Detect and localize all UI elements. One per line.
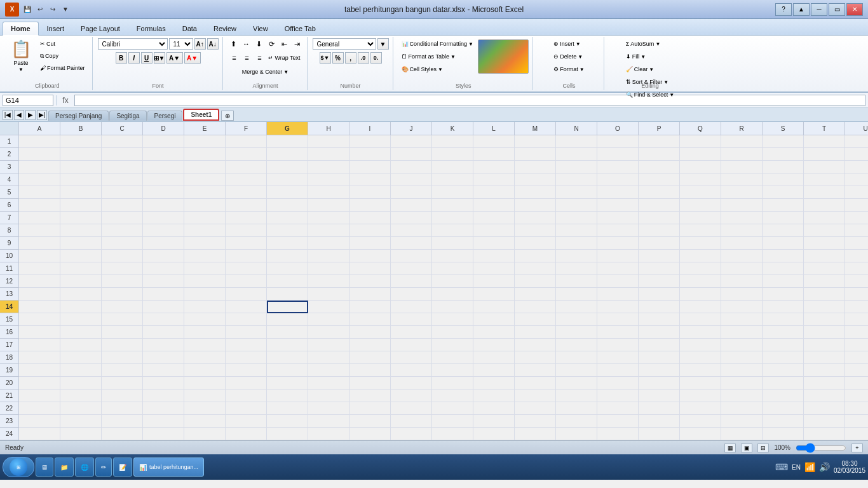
cell-S16[interactable] (763, 326, 804, 339)
col-header-I[interactable]: I (349, 122, 391, 135)
cell-L18[interactable] (473, 351, 515, 364)
cell-E5[interactable] (184, 186, 226, 199)
cell-G22[interactable] (267, 402, 308, 415)
cell-O21[interactable] (597, 390, 639, 402)
cell-M12[interactable] (515, 275, 556, 288)
cell-G17[interactable] (267, 339, 308, 351)
cell-R15[interactable] (721, 313, 763, 326)
cell-K20[interactable] (432, 377, 473, 390)
cell-O12[interactable] (597, 275, 639, 288)
cell-Q10[interactable] (680, 250, 721, 262)
text-orientation-btn[interactable]: ⟳ (266, 38, 278, 50)
format-cells-button[interactable]: ⚙ Format ▼ (550, 64, 587, 75)
cell-L19[interactable] (473, 364, 515, 377)
cell-F22[interactable] (226, 402, 267, 415)
row-header-13[interactable]: 13 (0, 288, 18, 301)
cell-Q9[interactable] (680, 237, 721, 250)
cell-J7[interactable] (391, 212, 432, 224)
cell-D22[interactable] (143, 402, 184, 415)
cell-E17[interactable] (184, 339, 226, 351)
cell-T9[interactable] (804, 237, 845, 250)
cell-H19[interactable] (308, 364, 349, 377)
cell-U23[interactable] (845, 415, 868, 428)
cell-U24[interactable] (845, 428, 868, 440)
cell-O5[interactable] (597, 186, 639, 199)
save-quick-btn[interactable]: 💾 (22, 4, 33, 15)
cell-I19[interactable] (349, 364, 391, 377)
cell-L12[interactable] (473, 275, 515, 288)
cell-C9[interactable] (102, 237, 143, 250)
cell-Q11[interactable] (680, 262, 721, 275)
align-bottom-btn[interactable]: ⬇ (254, 38, 265, 50)
cell-K17[interactable] (432, 339, 473, 351)
cell-Q5[interactable] (680, 186, 721, 199)
cell-N8[interactable] (556, 224, 597, 237)
start-button[interactable]: ⊞ (3, 457, 34, 477)
cell-O6[interactable] (597, 199, 639, 212)
cell-K15[interactable] (432, 313, 473, 326)
cell-N16[interactable] (556, 326, 597, 339)
cell-S12[interactable] (763, 275, 804, 288)
cell-H16[interactable] (308, 326, 349, 339)
cell-L6[interactable] (473, 199, 515, 212)
cell-A8[interactable] (19, 224, 60, 237)
cell-reference-box[interactable] (3, 95, 53, 106)
row-header-22[interactable]: 22 (0, 402, 18, 415)
cell-F16[interactable] (226, 326, 267, 339)
cell-Q8[interactable] (680, 224, 721, 237)
cell-J18[interactable] (391, 351, 432, 364)
cell-Q2[interactable] (680, 148, 721, 161)
cell-G11[interactable] (267, 262, 308, 275)
cell-H22[interactable] (308, 402, 349, 415)
cell-T11[interactable] (804, 262, 845, 275)
cell-F4[interactable] (226, 173, 267, 186)
cell-I10[interactable] (349, 250, 391, 262)
cell-P1[interactable] (639, 135, 680, 148)
cell-D24[interactable] (143, 428, 184, 440)
cell-H8[interactable] (308, 224, 349, 237)
cell-D8[interactable] (143, 224, 184, 237)
cell-R12[interactable] (721, 275, 763, 288)
cell-M7[interactable] (515, 212, 556, 224)
taskbar-excel-btn[interactable]: 📊 tabel perhitungan... (133, 458, 204, 477)
cell-B11[interactable] (60, 262, 102, 275)
cell-G10[interactable] (267, 250, 308, 262)
cell-T7[interactable] (804, 212, 845, 224)
col-header-A[interactable]: A (19, 122, 60, 135)
cell-O9[interactable] (597, 237, 639, 250)
cell-T12[interactable] (804, 275, 845, 288)
cell-S23[interactable] (763, 415, 804, 428)
autosum-button[interactable]: Σ AutoSum ▼ (623, 38, 664, 50)
cell-T14[interactable] (804, 301, 845, 313)
cell-P16[interactable] (639, 326, 680, 339)
cell-S2[interactable] (763, 148, 804, 161)
row-header-5[interactable]: 5 (0, 186, 18, 199)
next-sheet-btn[interactable]: ▶ (25, 110, 36, 120)
cell-U21[interactable] (845, 390, 868, 402)
cell-M22[interactable] (515, 402, 556, 415)
cell-O3[interactable] (597, 161, 639, 173)
cell-Q3[interactable] (680, 161, 721, 173)
cell-I6[interactable] (349, 199, 391, 212)
indent-decrease-btn[interactable]: ⇤ (279, 38, 290, 50)
cell-A16[interactable] (19, 326, 60, 339)
cell-F14[interactable] (226, 301, 267, 313)
cell-S11[interactable] (763, 262, 804, 275)
cell-B20[interactable] (60, 377, 102, 390)
cell-K23[interactable] (432, 415, 473, 428)
cell-B1[interactable] (60, 135, 102, 148)
cell-O1[interactable] (597, 135, 639, 148)
delete-button[interactable]: ⊖ Delete ▼ (550, 51, 586, 62)
cell-D21[interactable] (143, 390, 184, 402)
cell-R18[interactable] (721, 351, 763, 364)
cell-G4[interactable] (267, 173, 308, 186)
undo-quick-btn[interactable]: ↩ (34, 4, 46, 15)
cell-C4[interactable] (102, 173, 143, 186)
cell-A17[interactable] (19, 339, 60, 351)
cell-J8[interactable] (391, 224, 432, 237)
cell-R21[interactable] (721, 390, 763, 402)
cell-J1[interactable] (391, 135, 432, 148)
minimize-btn[interactable]: ─ (811, 3, 827, 16)
cell-B9[interactable] (60, 237, 102, 250)
row-header-16[interactable]: 16 (0, 326, 18, 339)
